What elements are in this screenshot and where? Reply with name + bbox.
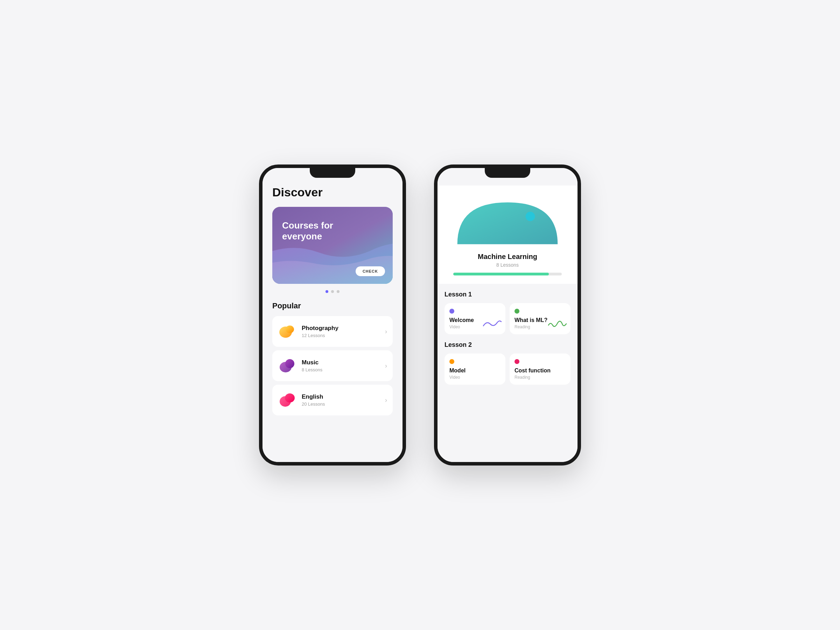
progress-bar-fill	[453, 273, 548, 275]
costfunction-dot	[515, 359, 519, 364]
dot-3[interactable]	[337, 290, 339, 293]
discover-title: Discover	[272, 185, 393, 199]
lesson-card-model[interactable]: Model Video	[445, 354, 505, 385]
course-title: Machine Learning	[478, 253, 537, 261]
course-item-music[interactable]: Music 8 Lessons ›	[272, 351, 393, 381]
costfunction-type: Reading	[515, 375, 565, 380]
svg-point-7	[526, 212, 535, 221]
whatisml-deco	[548, 319, 567, 331]
lesson-card-whatisml[interactable]: What is ML? Reading	[510, 303, 570, 334]
photography-name: Photography	[302, 325, 385, 332]
svg-point-4	[285, 359, 294, 368]
lesson-card-costfunction[interactable]: Cost function Reading	[510, 354, 570, 385]
left-phone: Discover	[259, 164, 406, 466]
english-lessons: 20 Lessons	[302, 401, 385, 407]
svg-point-6	[285, 393, 295, 403]
lesson-2-heading: Lesson 2	[445, 341, 570, 349]
dot-2[interactable]	[331, 290, 334, 293]
costfunction-title: Cost function	[515, 368, 565, 374]
carousel-dots	[272, 290, 393, 293]
lesson-2-cards: Model Video Cost function Reading	[445, 354, 570, 385]
photography-chevron: ›	[385, 328, 387, 335]
english-icon	[278, 391, 296, 409]
course-subtitle: 8 Lessons	[496, 262, 519, 268]
notch-left	[310, 168, 355, 178]
right-screen: Machine Learning 8 Lessons Lesson 1 Welc…	[437, 168, 578, 462]
music-icon	[278, 357, 296, 375]
model-type: Video	[449, 375, 501, 380]
whatisml-dot	[515, 309, 519, 314]
popular-title: Popular	[272, 302, 393, 311]
hero-banner[interactable]: Courses for everyone CHECK	[272, 207, 393, 284]
photography-info: Photography 12 Lessons	[302, 325, 385, 338]
course-item-english[interactable]: English 20 Lessons ›	[272, 385, 393, 415]
english-name: English	[302, 393, 385, 400]
left-screen: Discover	[262, 168, 403, 462]
welcome-dot	[449, 309, 454, 314]
course-item-photography[interactable]: Photography 12 Lessons ›	[272, 316, 393, 347]
svg-point-2	[286, 325, 294, 333]
course-graphic	[447, 191, 568, 247]
check-button[interactable]: CHECK	[355, 266, 385, 276]
english-chevron: ›	[385, 396, 387, 404]
photography-icon	[278, 322, 296, 341]
lesson-card-welcome[interactable]: Welcome Video	[445, 303, 505, 334]
model-dot	[449, 359, 454, 364]
lesson-1-heading: Lesson 1	[445, 291, 570, 298]
photography-lessons: 12 Lessons	[302, 333, 385, 338]
right-phone: Machine Learning 8 Lessons Lesson 1 Welc…	[434, 164, 581, 466]
dot-1[interactable]	[325, 290, 328, 293]
lesson-1-section: Lesson 1 Welcome Video What is	[437, 284, 578, 385]
music-name: Music	[302, 359, 385, 366]
progress-bar-bg	[453, 273, 562, 275]
music-info: Music 8 Lessons	[302, 359, 385, 373]
notch-right	[485, 168, 530, 178]
model-title: Model	[449, 368, 501, 374]
banner-text: Courses for everyone	[282, 220, 333, 242]
lesson-1-cards: Welcome Video What is ML? Reading	[445, 303, 570, 334]
course-header: Machine Learning 8 Lessons	[437, 185, 578, 284]
music-chevron: ›	[385, 362, 387, 369]
welcome-deco	[483, 319, 502, 331]
english-info: English 20 Lessons	[302, 393, 385, 407]
music-lessons: 8 Lessons	[302, 367, 385, 373]
